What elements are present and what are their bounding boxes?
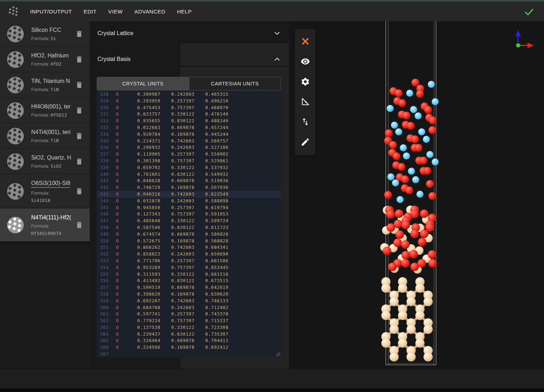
coordinate-value: 0.866262 [137, 244, 171, 251]
menu-bar-items: INPUT/OUTPUTEDITVIEWADVANCEDHELP [30, 9, 192, 15]
editor-line: 350O0.5726750.1698780.568828 [97, 238, 281, 245]
coordinate-value: 0.659702 [137, 164, 171, 171]
material-list-item-n4ti4-001-teri[interactable]: N4Ti4(001), teriFormula: TiN [0, 123, 90, 149]
close-viewer-button[interactable] [299, 36, 311, 48]
delete-material-button[interactable] [75, 55, 83, 64]
element-symbol: O [109, 124, 137, 131]
delete-material-button[interactable] [75, 221, 83, 229]
material-item-text: HfO2, HafniumFormula: HfO2 [31, 52, 71, 67]
line-number: 343 [97, 191, 109, 198]
tab-crystal-units[interactable]: CRYSTAL UNITS [97, 77, 189, 90]
coordinate-value: 0.757397 [171, 264, 205, 271]
app-header: INPUT/OUTPUTEDITVIEWADVANCEDHELP [0, 1, 544, 21]
editor-line: 367 [97, 351, 281, 357]
element-symbol: O [109, 271, 137, 278]
delete-material-button[interactable] [75, 81, 83, 89]
line-number: 329 [97, 98, 109, 105]
app-logo-molecule-dots-icon[interactable] [8, 5, 20, 17]
delete-material-button[interactable] [75, 187, 83, 196]
coordinate-value: 0.830122 [171, 331, 205, 338]
coordinate-value: 0.169878 [171, 344, 205, 351]
editor-line: 365O0.3264640.6698780.704411 [97, 337, 281, 344]
element-symbol: O [109, 264, 137, 271]
element-symbol: O [109, 231, 137, 238]
line-number: 330 [97, 105, 109, 111]
coordinate-value: 0.488140 [205, 118, 281, 124]
material-list-item-tin-titanium-n[interactable]: TiN, Titanium NFormula: TiN [0, 72, 90, 98]
material-list-item-n4ti4-111-hf2[interactable]: N4Ti4(111)-Hf2(Formula:Hf10Si99O74 [0, 208, 90, 241]
element-symbol: O [109, 238, 137, 245]
material-formula: Formula:Hf10Si99O74 [31, 223, 71, 236]
atom-o [385, 129, 393, 137]
atom-hf [426, 151, 433, 158]
basis-coordinates-editor[interactable]: 328O0.3809870.2426030.465315329O0.293959… [97, 90, 281, 357]
element-symbol: O [109, 337, 137, 344]
atom-si [424, 297, 433, 306]
atom-o [424, 106, 432, 114]
delete-material-button[interactable] [75, 132, 83, 140]
line-number: 328 [97, 91, 109, 98]
pencil-icon [301, 137, 310, 148]
coordinate-value: 0.257397 [171, 98, 205, 105]
coordinate-value: 0.692207 [137, 298, 171, 304]
measure-tool-button[interactable] [299, 96, 311, 108]
menu-item-edit[interactable]: EDIT [84, 9, 97, 15]
edit-structure-button[interactable] [299, 136, 311, 149]
material-list-item-sio2-quartz-h[interactable]: SiO2, Quartz, HFormula: SiO2 [0, 149, 90, 174]
swap-axes-button[interactable] [299, 116, 311, 128]
menu-item-advanced[interactable]: ADVANCED [134, 9, 165, 15]
atom-o [409, 250, 418, 258]
delete-material-button[interactable] [75, 106, 83, 115]
coordinate-value: 0.858823 [137, 251, 171, 258]
coordinate-value: 0.380987 [137, 91, 171, 98]
material-list-item-hfo2-hafnium[interactable]: HfO2, HafniumFormula: HfO2 [0, 47, 90, 72]
coordinate-value: 0.684768 [137, 304, 171, 311]
line-number: 364 [97, 331, 109, 338]
material-list-item-hf4o8-001-ter[interactable]: Hf4O8(001), terFormula: Hf5O12 [0, 98, 90, 123]
chevron-down-icon[interactable] [273, 29, 281, 38]
atom-si [406, 325, 416, 334]
delete-material-button[interactable] [75, 157, 83, 166]
axes-indicator [512, 28, 535, 50]
menu-item-input-output[interactable]: INPUT/OUTPUT [30, 9, 72, 15]
line-number: 357 [97, 284, 109, 291]
coordinate-value: 0.661516 [205, 271, 281, 278]
structure-canvas[interactable] [289, 21, 544, 369]
visibility-button[interactable] [299, 56, 311, 68]
line-number: 350 [97, 238, 109, 245]
tab-cartesian-units[interactable]: CARTESIAN UNITS [189, 77, 281, 90]
menu-item-view[interactable]: VIEW [108, 9, 123, 15]
menu-item-help[interactable]: HELP [177, 9, 192, 15]
coordinate-value: 0.630620 [205, 291, 281, 298]
viewer-settings-button[interactable] [299, 76, 311, 88]
line-number: 340 [97, 171, 109, 178]
coordinate-value: 0.742603 [171, 191, 205, 198]
coordinate-value: 0.507036 [205, 184, 281, 191]
atom-si [415, 311, 425, 320]
delete-material-button[interactable] [75, 30, 83, 38]
editor-line: 351O0.8662620.7426030.684341 [97, 244, 281, 251]
coordinate-value: 0.224566 [137, 344, 171, 351]
material-list-item-o6si3-100-si8[interactable]: O6Si3(100)-Si8Formula:Si41O18 [0, 174, 90, 208]
atom-o [395, 209, 403, 218]
editor-line: 331O0.8337570.3301220.476140 [97, 111, 281, 118]
coordinate-value: 0.169878 [171, 291, 205, 298]
coordinate-value: 0.669878 [171, 231, 205, 238]
crystal-lattice-header[interactable]: Crystal Lattice [97, 22, 133, 45]
line-number: 362 [97, 318, 109, 324]
coordinate-value: 0.597741 [137, 311, 171, 318]
element-symbol: O [109, 144, 137, 151]
atom-o [396, 230, 404, 239]
atom-hf [408, 168, 415, 175]
material-list-item-silicon-fcc[interactable]: Silicon FCCFormula: Si [0, 21, 90, 47]
crystal-basis-header[interactable]: Crystal Basis [97, 45, 130, 73]
coordinate-value: 0.537932 [205, 164, 281, 171]
editor-resize-handle[interactable] [276, 353, 280, 357]
trash-icon [75, 187, 83, 195]
coordinate-value: 0.169878 [171, 184, 205, 191]
coordinate-value: 0.681586 [205, 258, 281, 264]
line-number: 335 [97, 138, 109, 145]
materials-designer-app: INPUT/OUTPUTEDITVIEWADVANCEDHELP Silicon… [0, 0, 544, 392]
chevron-up-icon[interactable] [273, 55, 281, 63]
atom-si [424, 325, 433, 334]
